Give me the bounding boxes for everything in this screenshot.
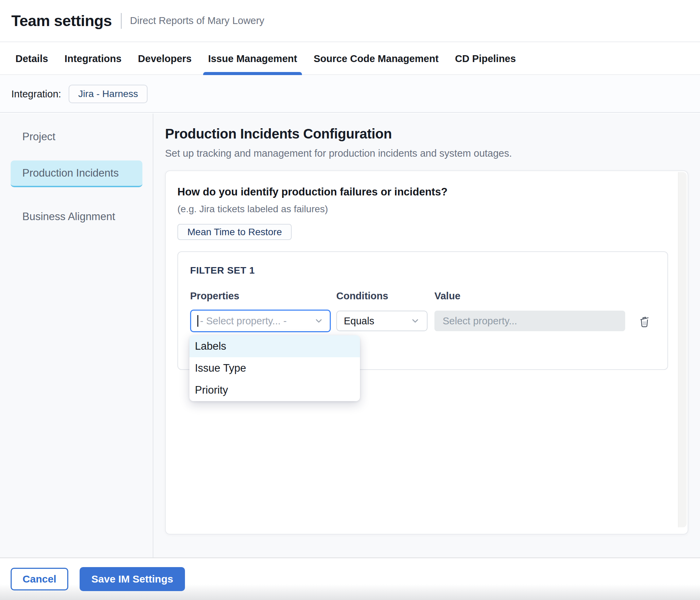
option-labels[interactable]: Labels xyxy=(189,335,360,357)
page-header: Team settings Direct Reports of Mary Low… xyxy=(0,0,700,42)
tab-cd-pipelines[interactable]: CD Pipelines xyxy=(455,43,516,74)
integration-row: Integration: Jira - Harness xyxy=(0,76,700,113)
save-im-settings-button[interactable]: Save IM Settings xyxy=(80,567,185,591)
content-area: Project Production Incidents Business Al… xyxy=(0,113,700,557)
title-divider xyxy=(121,13,122,29)
team-settings-page: Team settings Direct Reports of Mary Low… xyxy=(0,0,700,600)
tab-bar: Details Integrations Developers Issue Ma… xyxy=(0,43,700,75)
value-column-label: Value xyxy=(434,290,460,302)
chevron-down-icon xyxy=(410,316,420,326)
value-input[interactable] xyxy=(434,311,625,331)
section-subheading: Set up tracking and management for produ… xyxy=(165,148,512,159)
condition-select-value: Equals xyxy=(344,315,410,327)
tab-source-code-management[interactable]: Source Code Management xyxy=(314,43,439,74)
conditions-column-label: Conditions xyxy=(336,290,388,302)
trash-icon xyxy=(638,314,651,328)
settings-sidebar: Project Production Incidents Business Al… xyxy=(0,113,153,557)
property-select-placeholder: - Select property... - xyxy=(200,315,314,327)
card-scrollbar-track[interactable] xyxy=(678,172,687,527)
integration-label: Integration: xyxy=(11,88,61,100)
page-title: Team settings xyxy=(11,12,112,30)
question-hint: (e.g. Jira tickets labeled as failures) xyxy=(177,204,328,215)
chevron-down-icon xyxy=(314,316,324,326)
property-select[interactable]: - Select property... - xyxy=(190,310,331,332)
tab-details[interactable]: Details xyxy=(15,43,48,74)
question-label: How do you identify production failures … xyxy=(177,186,447,198)
footer-action-bar: Cancel Save IM Settings xyxy=(0,557,700,600)
main-panel: Production Incidents Configuration Set u… xyxy=(165,113,700,557)
tab-developers[interactable]: Developers xyxy=(138,43,191,74)
filter-set-title: FILTER SET 1 xyxy=(190,265,255,276)
text-cursor xyxy=(197,315,198,327)
properties-column-label: Properties xyxy=(190,290,239,302)
tab-issue-management[interactable]: Issue Management xyxy=(208,43,297,74)
delete-filter-button[interactable] xyxy=(637,314,652,329)
option-priority[interactable]: Priority xyxy=(189,379,360,401)
sidebar-item-business-alignment[interactable]: Business Alignment xyxy=(11,203,142,230)
page-subtitle: Direct Reports of Mary Lowery xyxy=(130,15,265,26)
condition-select[interactable]: Equals xyxy=(336,311,428,331)
cancel-button[interactable]: Cancel xyxy=(11,568,68,590)
property-options-menu: Labels Issue Type Priority xyxy=(189,335,360,401)
sidebar-item-production-incidents[interactable]: Production Incidents xyxy=(11,160,142,187)
option-issue-type[interactable]: Issue Type xyxy=(189,357,360,379)
sidebar-item-project[interactable]: Project xyxy=(11,123,142,150)
mean-time-to-restore-tab[interactable]: Mean Time to Restore xyxy=(177,224,292,240)
tab-integrations[interactable]: Integrations xyxy=(65,43,121,74)
incidents-config-card: How do you identify production failures … xyxy=(165,170,688,535)
section-heading: Production Incidents Configuration xyxy=(165,126,392,142)
integration-chip[interactable]: Jira - Harness xyxy=(69,85,148,103)
